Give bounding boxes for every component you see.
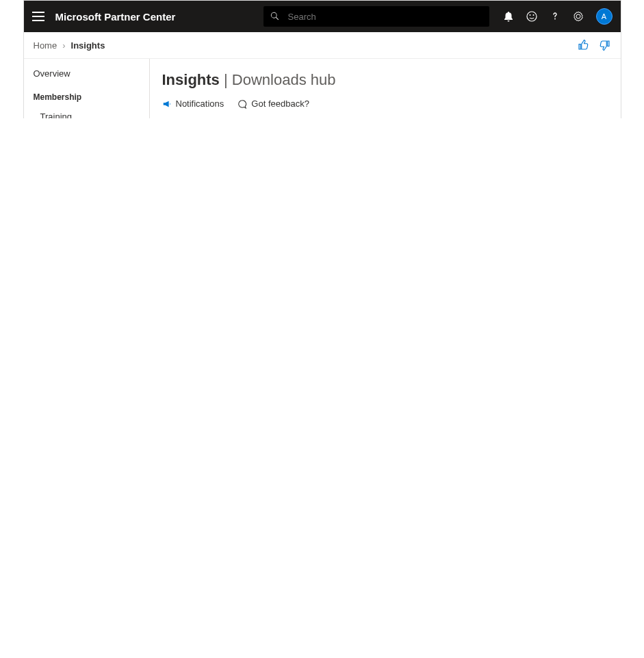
notifications-link[interactable]: Notifications [162, 98, 224, 109]
thumbs-up-icon[interactable] [577, 39, 589, 51]
brand-name: Microsoft Partner Center [55, 11, 176, 23]
breadcrumb-home[interactable]: Home [34, 40, 57, 51]
page-title: Insights | Downloads hub [162, 71, 608, 89]
breadcrumb-current: Insights [71, 40, 105, 51]
help-icon[interactable] [550, 11, 561, 22]
global-search-input[interactable] [287, 11, 482, 23]
sidebar-item-training[interactable]: Training [24, 106, 149, 118]
breadcrumb-row: Home › Insights [24, 32, 621, 59]
search-icon [270, 12, 280, 21]
smiley-icon[interactable] [526, 11, 537, 22]
sidebar-item-overview[interactable]: Overview [24, 63, 149, 84]
global-search[interactable] [263, 6, 489, 27]
left-sidebar: Overview Membership Training Microsoft L… [24, 59, 150, 118]
feedback-link[interactable]: Got feedback? [237, 98, 309, 109]
gear-icon[interactable] [573, 11, 584, 22]
page-title-sub: | Downloads hub [224, 71, 336, 88]
svg-point-2 [532, 14, 534, 16]
page-title-main: Insights [162, 71, 220, 88]
person-feedback-icon [237, 99, 247, 109]
svg-point-1 [529, 14, 530, 16]
breadcrumb: Home › Insights [34, 40, 105, 51]
user-avatar[interactable]: A [596, 8, 613, 25]
main-content: Insights | Downloads hub Notifications G… [150, 59, 621, 118]
megaphone-icon [162, 99, 172, 109]
bell-icon[interactable] [503, 11, 514, 22]
top-bar: Microsoft Partner Center A [24, 1, 621, 32]
svg-point-0 [527, 12, 537, 21]
chevron-right-icon: › [62, 40, 65, 51]
hamburger-menu-icon[interactable] [32, 12, 44, 21]
thumbs-down-icon[interactable] [599, 39, 611, 51]
sidebar-head-membership: Membership [24, 84, 149, 106]
topbar-actions: A [503, 8, 613, 25]
